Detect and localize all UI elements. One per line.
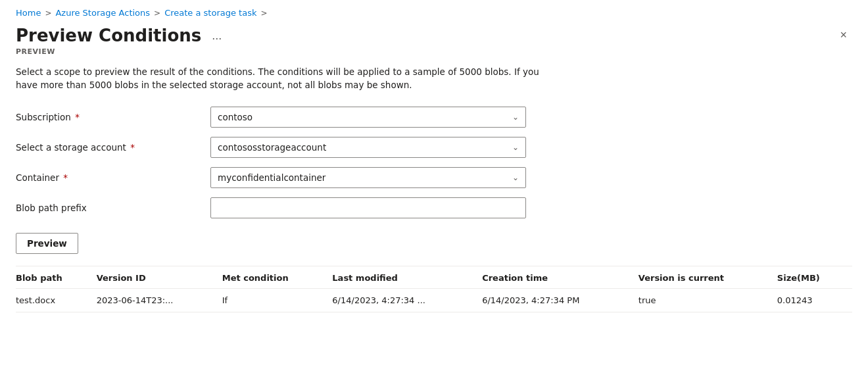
storage-account-select[interactable]: contososstorageaccount ⌄ [210, 137, 526, 158]
subscription-chevron-icon: ⌄ [512, 112, 519, 122]
more-options-button[interactable]: ... [208, 28, 226, 44]
container-select[interactable]: myconfidentialcontainer ⌄ [210, 167, 526, 188]
container-control-wrapper: myconfidentialcontainer ⌄ [210, 167, 526, 188]
col-size-mb: Size(MB) [777, 266, 852, 289]
breadcrumb-sep-2: > [154, 9, 160, 18]
preview-button[interactable]: Preview [16, 233, 78, 254]
results-table: Blob path Version ID Met condition Last … [16, 266, 852, 312]
cell-last-modified: 6/14/2023, 4:27:34 ... [332, 288, 482, 312]
container-label: Container * [16, 172, 200, 183]
storage-account-control-wrapper: contososstorageaccount ⌄ [210, 137, 526, 158]
container-row: Container * myconfidentialcontainer ⌄ [16, 167, 555, 188]
breadcrumb-sep-1: > [45, 9, 51, 18]
cell-blob-path: test.docx [16, 288, 97, 312]
page-header: Preview Conditions ... × [16, 26, 852, 46]
col-version-is-current: Version is current [639, 266, 777, 289]
breadcrumb-create-storage-task[interactable]: Create a storage task [164, 8, 256, 18]
blob-path-prefix-row: Blob path prefix [16, 197, 555, 218]
table-row: test.docx 2023-06-14T23:... If 6/14/2023… [16, 288, 852, 312]
blob-path-prefix-label: Blob path prefix [16, 203, 200, 213]
storage-account-required: * [128, 142, 135, 153]
col-met-condition: Met condition [222, 266, 333, 289]
storage-account-row: Select a storage account * contososstora… [16, 137, 555, 158]
subscription-required: * [72, 112, 80, 122]
breadcrumb-azure-storage-actions[interactable]: Azure Storage Actions [55, 8, 150, 18]
storage-account-value: contososstorageaccount [218, 142, 326, 153]
col-blob-path: Blob path [16, 266, 97, 289]
col-version-id: Version ID [97, 266, 222, 289]
subscription-row: Subscription * contoso ⌄ [16, 107, 555, 128]
close-button[interactable]: × [834, 26, 852, 45]
subscription-select[interactable]: contoso ⌄ [210, 107, 526, 128]
subscription-control-wrapper: contoso ⌄ [210, 107, 526, 128]
storage-account-chevron-icon: ⌄ [512, 143, 519, 152]
breadcrumb-sep-3: > [260, 9, 267, 18]
cell-creation-time: 6/14/2023, 4:27:34 PM [482, 288, 639, 312]
blob-path-prefix-control-wrapper [210, 197, 526, 218]
preview-badge: PREVIEW [16, 47, 852, 56]
storage-account-label: Select a storage account * [16, 142, 200, 153]
container-required: * [60, 172, 68, 183]
description-text: Select a scope to preview the result of … [16, 65, 555, 92]
blob-path-prefix-input[interactable] [210, 197, 526, 218]
col-last-modified: Last modified [332, 266, 482, 289]
table-header-row: Blob path Version ID Met condition Last … [16, 266, 852, 289]
breadcrumb-home[interactable]: Home [16, 8, 41, 18]
cell-size-mb: 0.01243 [777, 288, 852, 312]
cell-version-id: 2023-06-14T23:... [97, 288, 222, 312]
container-value: myconfidentialcontainer [218, 172, 326, 183]
container-chevron-icon: ⌄ [512, 173, 519, 182]
page-title: Preview Conditions [16, 26, 201, 46]
subscription-value: contoso [218, 112, 253, 122]
subscription-label: Subscription * [16, 112, 200, 122]
breadcrumb: Home > Azure Storage Actions > Create a … [16, 8, 852, 18]
page-title-row: Preview Conditions ... [16, 26, 226, 46]
form-section: Subscription * contoso ⌄ Select a storag… [16, 107, 555, 218]
cell-version-is-current: true [639, 288, 777, 312]
cell-met-condition: If [222, 288, 333, 312]
col-creation-time: Creation time [482, 266, 639, 289]
